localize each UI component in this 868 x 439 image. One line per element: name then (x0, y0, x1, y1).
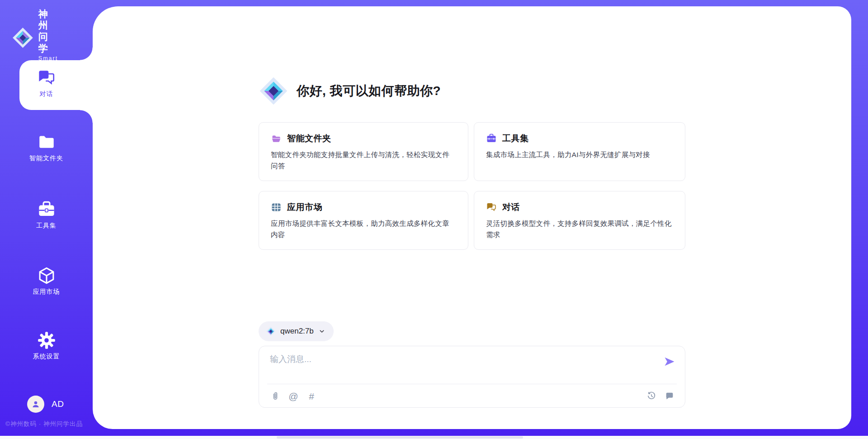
sidebar-item-toolset[interactable]: 工具集 (0, 200, 93, 230)
horizontal-scrollbar[interactable] (0, 436, 868, 439)
chat-icon (486, 202, 497, 213)
assistant-diamond-icon (259, 76, 288, 106)
comment-bubble-icon[interactable] (664, 391, 675, 401)
person-icon (30, 399, 41, 410)
topic-hash-icon[interactable]: # (306, 391, 317, 401)
message-input[interactable] (270, 353, 641, 379)
cube-icon (37, 266, 56, 285)
sidebar-item-label: 智能文件夹 (0, 154, 93, 162)
sidebar-item-label: 应用市场 (0, 288, 93, 296)
greeting: 你好, 我可以如何帮助你? (259, 76, 685, 106)
mention-icon[interactable]: @ (288, 391, 299, 401)
folder-icon (37, 133, 56, 152)
card-description: 应用市场提供丰富长文本模板，助力高效生成多样化文章内容 (271, 218, 456, 240)
chat-icon (37, 68, 56, 87)
open-folder-icon (271, 133, 282, 144)
model-diamond-icon (266, 326, 276, 336)
user-name: AD (52, 399, 64, 409)
toolbox-icon (486, 133, 497, 144)
card-title: 对话 (502, 201, 520, 213)
card-toolset[interactable]: 工具集 集成市场上主流工具，助力AI与外界无缝扩展与对接 (474, 122, 685, 181)
tab-fillet-bottom (80, 110, 93, 123)
card-app-market[interactable]: 应用市场 应用市场提供丰富长文本模板，助力高效生成多样化文章内容 (259, 191, 468, 250)
sidebar-item-label: 对话 (0, 90, 93, 98)
scrollbar-thumb[interactable] (277, 436, 523, 439)
card-chat[interactable]: 对话 灵活切换多模型文件，支持多样回复效果调试，满足个性化需求 (474, 191, 685, 250)
avatar (27, 396, 44, 413)
model-name: qwen2:7b (280, 327, 314, 336)
history-icon[interactable] (646, 391, 657, 401)
model-selector[interactable]: qwen2:7b (259, 321, 334, 341)
message-composer: @ # (259, 346, 685, 408)
grid-cube-icon (271, 202, 282, 213)
sidebar-item-settings[interactable]: 系统设置 (0, 331, 93, 361)
app-window: 神州问学 Smart Vision 你好, 我可以如何帮助你? (0, 0, 868, 439)
brand-name: 神州问学 (38, 8, 59, 54)
brand-diamond-icon (12, 27, 34, 49)
sidebar-item-chat[interactable]: 对话 (0, 68, 93, 98)
feature-cards: 智能文件夹 智能文件夹功能支持批量文件上传与清洗，轻松实现文件问答 工具集 (259, 122, 685, 250)
card-title: 工具集 (502, 133, 529, 144)
brand: 神州问学 Smart Vision (12, 8, 59, 68)
sidebar-item-app-market[interactable]: 应用市场 (0, 266, 93, 296)
sidebar-item-label: 系统设置 (0, 353, 93, 361)
sidebar-item-smart-folder[interactable]: 智能文件夹 (0, 133, 93, 162)
sidebar-item-label: 工具集 (0, 222, 93, 230)
chevron-down-icon (318, 328, 326, 335)
card-title: 智能文件夹 (287, 133, 331, 144)
card-description: 灵活切换多模型文件，支持多样回复效果调试，满足个性化需求 (486, 218, 673, 240)
main-panel: 你好, 我可以如何帮助你? 智能文件夹 智能文件夹功能支持批量文件上传与清洗，轻… (93, 6, 851, 429)
card-smart-folder[interactable]: 智能文件夹 智能文件夹功能支持批量文件上传与清洗，轻松实现文件问答 (259, 122, 468, 181)
greeting-title: 你好, 我可以如何帮助你? (297, 82, 441, 100)
card-description: 智能文件夹功能支持批量文件上传与清洗，轻松实现文件问答 (271, 149, 456, 172)
send-icon[interactable] (663, 355, 676, 368)
copyright: ©神州数码 · 神州问学出品 (5, 420, 96, 428)
toolbox-icon (37, 200, 56, 219)
composer-divider (267, 384, 677, 384)
attach-file-icon[interactable] (270, 391, 281, 401)
tab-fillet-top (80, 48, 93, 60)
card-title: 应用市场 (287, 201, 322, 213)
gear-icon (37, 331, 56, 350)
card-description: 集成市场上主流工具，助力AI与外界无缝扩展与对接 (486, 149, 673, 160)
user-profile[interactable]: AD (27, 396, 64, 413)
